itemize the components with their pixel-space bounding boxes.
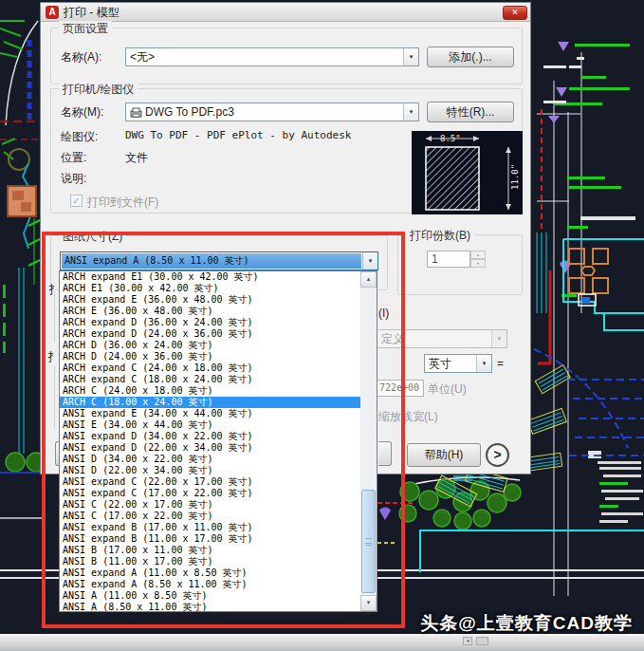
print-to-file-label: 打印到文件(F) — [87, 195, 158, 211]
paper-size-option[interactable]: ARCH expand E1 (30.00 x 42.00 英寸) — [60, 271, 360, 283]
printer-properties-button[interactable]: 特性(R)... — [427, 102, 514, 122]
plot-offset-label-fragment: 扌 — [47, 349, 59, 365]
paper-size-selected-value: ANSI expand A (8.50 x 11.00 英寸) — [62, 253, 361, 269]
paper-size-option[interactable]: ANSI D (22.00 x 34.00 英寸) — [60, 465, 360, 476]
location-label: 位置: — [61, 150, 86, 166]
paper-preview: 8.5" 11.0" — [412, 131, 523, 214]
plotter-value: DWG To PDF - PDF ePlot - by Autodesk — [125, 129, 351, 141]
paper-size-option[interactable]: ANSI expand A (8.50 x 11.00 英寸) — [60, 579, 360, 590]
dialog-titlebar[interactable]: A 打印 - 模型 ✕ — [41, 3, 530, 22]
paper-size-option[interactable]: ANSI C (22.00 x 17.00 英寸) — [60, 499, 360, 511]
paper-size-option[interactable]: ARCH expand D (24.00 x 36.00 英寸) — [60, 328, 360, 340]
scroll-left-icon[interactable]: ◂ — [463, 637, 472, 645]
scroll-down-icon[interactable]: ▼ — [360, 595, 377, 611]
paper-size-option[interactable]: ANSI A (11.00 x 8.50 英寸) — [60, 590, 360, 602]
preview-height-dim: 11.0" — [510, 164, 520, 190]
paper-size-option[interactable]: ARCH D (36.00 x 24.00 英寸) — [60, 340, 360, 351]
paper-size-option[interactable]: ARCH expand C (24.00 x 18.00 英寸) — [60, 363, 360, 374]
page-setup-name-combo[interactable]: <无> ▼ — [125, 47, 419, 66]
scrollbar-grip — [365, 538, 372, 546]
paper-size-option[interactable]: ARCH C (24.00 x 18.00 英寸) — [60, 385, 360, 397]
dialog-title: 打印 - 模型 — [64, 3, 120, 22]
watermark: 头条@上壹教育CAD教学 — [420, 611, 633, 636]
autocad-screen: A 打印 - 模型 ✕ 页面设置 名称(A): <无> ▼ 添加(.)... 打… — [0, 0, 644, 651]
paper-size-option[interactable]: ANSI expand B (11.00 x 17.00 英寸) — [60, 533, 360, 545]
add-page-setup-button[interactable]: 添加(.)... — [427, 46, 514, 67]
scrollbar[interactable]: ▲ ▼ — [360, 271, 377, 611]
copies-stepper[interactable]: ▲ ▼ — [470, 251, 486, 268]
chevron-down-icon[interactable]: ▼ — [362, 252, 377, 270]
paper-size-option[interactable]: ANSI expand C (17.00 x 22.00 英寸) — [60, 488, 360, 499]
fit-paper-label-fragment: (I) — [378, 307, 389, 320]
page-setup-group-label: 页面设置 — [59, 21, 112, 37]
paper-size-option[interactable]: ARCH E1 (30.00 x 42.00 英寸) — [60, 283, 360, 294]
scrollbar-thumb[interactable] — [361, 490, 376, 593]
paper-size-listbox[interactable]: ARCH expand E1 (30.00 x 42.00 英寸)ARCH E1… — [59, 270, 377, 612]
autocad-icon: A — [46, 6, 59, 19]
paper-size-group-label: 图纸尺寸(Z) — [59, 229, 126, 245]
paper-size-listbox-rows: ARCH expand E1 (30.00 x 42.00 英寸)ARCH E1… — [60, 271, 360, 611]
paper-size-option[interactable]: ANSI expand D (22.00 x 34.00 英寸) — [60, 442, 360, 454]
paper-size-option[interactable]: ANSI expand C (22.00 x 17.00 英寸) — [60, 476, 360, 488]
spin-up-icon[interactable]: ▲ — [470, 251, 486, 259]
page-setup-name-label: 名称(A): — [61, 49, 101, 65]
chevron-down-icon[interactable]: ▼ — [403, 103, 418, 121]
paper-size-option[interactable]: ANSI expand B (17.00 x 11.00 英寸) — [60, 522, 360, 533]
printer-group-label: 打印机/绘图仪 — [59, 82, 138, 98]
groupbox-edge — [54, 365, 55, 430]
groupbox-edge — [54, 291, 55, 343]
more-options-button[interactable]: > — [486, 443, 509, 467]
scale-combo[interactable]: 定义 ▼ — [377, 329, 507, 348]
paper-size-option[interactable]: ANSI E (34.00 x 44.00 英寸) — [60, 419, 360, 431]
chevron-down-icon[interactable]: ▼ — [476, 355, 491, 372]
scale-units-label: 单位(U) — [428, 381, 467, 398]
location-value: 文件 — [125, 150, 148, 166]
scale-lineweights-label: 缩放线宽(L) — [378, 409, 438, 425]
paper-size-option[interactable]: ARCH expand D (36.00 x 24.00 英寸) — [60, 317, 360, 328]
page-setup-name-value: <无> — [130, 48, 401, 65]
paper-size-option[interactable]: ARCH expand C (18.00 x 24.00 英寸) — [60, 374, 360, 385]
plotter-label: 绘图仪: — [61, 129, 98, 145]
scale-unit-value: 英寸 — [429, 355, 474, 372]
chevron-down-icon: ▼ — [491, 330, 506, 347]
paper-size-option[interactable]: ANSI C (17.00 x 22.00 英寸) — [60, 511, 360, 522]
description-label: 说明: — [61, 171, 86, 187]
paper-size-option[interactable]: ANSI expand E (34.00 x 44.00 英寸) — [60, 408, 360, 419]
scroll-up-icon[interactable]: ▲ — [360, 271, 377, 288]
page-setup-group: 页面设置 名称(A): <无> ▼ 添加(.)... — [50, 28, 523, 84]
paper-size-option[interactable]: ARCH C (18.00 x 24.00 英寸) — [60, 397, 360, 408]
paper-size-combo[interactable]: ANSI expand A (8.50 x 11.00 英寸) ▼ — [60, 251, 378, 270]
cancel-button-partial[interactable] — [378, 441, 392, 466]
paper-size-option[interactable]: ANSI expand D (34.00 x 22.00 英寸) — [60, 431, 360, 442]
scale-units-input[interactable]: 722e+00 — [375, 380, 424, 397]
scrollbar-handle[interactable] — [476, 637, 488, 645]
printer-name-combo[interactable]: DWG To PDF.pc3 ▼ — [125, 102, 419, 121]
print-to-file-checkbox[interactable]: ✓ — [70, 195, 83, 207]
scale-unit-combo[interactable]: 英寸 ▼ — [424, 354, 492, 373]
scale-equals-sign: = — [497, 357, 504, 370]
copies-group: 打印份数(B) 1 ▲ ▼ — [397, 234, 523, 295]
spin-down-icon[interactable]: ▼ — [470, 259, 486, 268]
printer-name-value: DWG To PDF.pc3 — [145, 103, 401, 121]
chevron-down-icon[interactable]: ▼ — [403, 48, 418, 65]
printer-name-label: 名称(M): — [61, 104, 103, 121]
paper-size-option[interactable]: ANSI B (11.00 x 17.00 英寸) — [60, 556, 360, 567]
paper-size-option[interactable]: ARCH E (36.00 x 48.00 英寸) — [60, 306, 360, 317]
paper-size-option[interactable]: ANSI expand A (11.00 x 8.50 英寸) — [60, 567, 360, 579]
copies-group-label: 打印份数(B) — [406, 228, 474, 244]
preview-width-dim: 8.5" — [440, 134, 461, 143]
copies-input[interactable]: 1 — [427, 251, 470, 268]
help-button[interactable]: 帮助(H) — [407, 443, 481, 467]
paper-size-option[interactable]: ANSI A (8.50 x 11.00 英寸) — [60, 602, 360, 611]
paper-size-option[interactable]: ANSI D (34.00 x 22.00 英寸) — [60, 454, 360, 465]
printer-icon — [130, 107, 142, 118]
close-icon[interactable]: ✕ — [503, 6, 527, 20]
paper-size-option[interactable]: ARCH D (24.00 x 36.00 英寸) — [60, 351, 360, 363]
paper-size-option[interactable]: ARCH expand E (36.00 x 48.00 英寸) — [60, 294, 360, 306]
scale-value-fragment: 定义 — [381, 330, 489, 347]
paper-size-option[interactable]: ANSI B (17.00 x 11.00 英寸) — [60, 545, 360, 556]
bottom-scrollbar-area[interactable]: ◂ — [0, 634, 644, 651]
